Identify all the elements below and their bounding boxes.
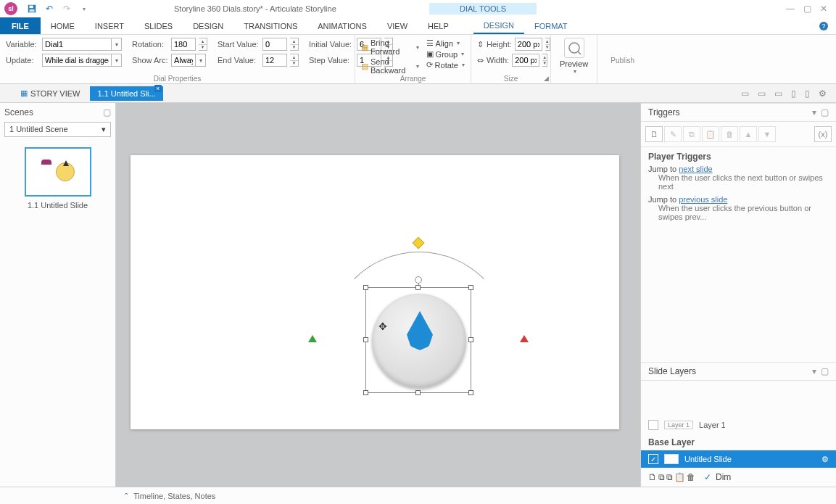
resize-handle[interactable] (363, 337, 368, 342)
tab-view[interactable]: VIEW (377, 17, 418, 34)
undo-icon[interactable]: ↶ (44, 3, 55, 15)
rotation-diamond-handle[interactable] (413, 237, 425, 249)
scene-dropdown[interactable]: 1 Untitled Scene▾ (4, 122, 111, 137)
resize-handle[interactable] (415, 285, 421, 290)
close-tab-icon[interactable]: × (154, 85, 162, 92)
minimize-icon[interactable]: — (786, 4, 795, 14)
layers-collapse-icon[interactable]: ▢ (821, 366, 829, 376)
update-select[interactable] (42, 54, 112, 67)
next-slide-link[interactable]: next slide (679, 165, 712, 173)
device-tablet-landscape-icon[interactable]: ▭ (772, 87, 785, 100)
tab-animations[interactable]: ANIMATIONS (307, 17, 377, 34)
new-trigger-icon[interactable]: 🗋 (645, 126, 663, 142)
rotation-spinner[interactable]: ▲▼ (199, 38, 207, 51)
triggers-collapse-icon[interactable]: ▢ (821, 107, 829, 117)
trigger-item[interactable]: Jump to previous slide (648, 195, 829, 204)
group-button[interactable]: ▣Group▾ (426, 49, 465, 59)
resize-handle[interactable] (468, 285, 473, 290)
copy-layer-icon[interactable]: ⧉ (666, 472, 673, 482)
showarc-dropdown-icon[interactable]: ▾ (196, 54, 206, 67)
device-phone-icon[interactable]: ▯ (803, 87, 812, 100)
rotate-handle[interactable] (415, 276, 422, 284)
slide[interactable]: ✥ (131, 155, 619, 429)
dim-checkbox[interactable]: ✓ (704, 472, 711, 482)
duplicate-layer-icon[interactable]: ⧉ (658, 472, 665, 482)
layer-visibility-checkbox[interactable] (648, 420, 658, 430)
tab-help[interactable]: HELP (418, 17, 459, 34)
tab-insert[interactable]: INSERT (85, 17, 134, 34)
device-tablet-portrait-icon[interactable]: ▯ (789, 87, 798, 100)
tab-slides[interactable]: SLIDES (134, 17, 183, 34)
arc-start-marker[interactable] (308, 335, 317, 342)
maximize-icon[interactable]: ▢ (803, 4, 811, 14)
dial-knob[interactable] (372, 294, 466, 388)
paste-layer-icon[interactable]: 📋 (674, 472, 685, 482)
edit-trigger-icon[interactable]: ✎ (664, 126, 682, 142)
bring-forward-button[interactable]: ▦Bring Forward▾ (361, 38, 419, 57)
copy-trigger-icon[interactable]: ⧉ (683, 126, 700, 142)
height-spinner[interactable]: ▲▼ (545, 38, 550, 51)
device-desktop-icon[interactable]: ▭ (739, 87, 751, 100)
resize-handle[interactable] (363, 285, 368, 290)
dial-selection[interactable] (365, 287, 471, 393)
slide-tab[interactable]: 1.1 Untitled Sli...× (90, 86, 162, 101)
tab-design[interactable]: DESIGN (183, 17, 233, 34)
redo-icon[interactable]: ↷ (61, 3, 73, 15)
help-icon[interactable]: ? (811, 17, 836, 34)
align-button[interactable]: ☰Align▾ (426, 38, 465, 49)
resize-handle[interactable] (468, 337, 473, 342)
move-down-icon[interactable]: ▼ (758, 126, 776, 142)
tab-dialtools-format[interactable]: FORMAT (524, 17, 578, 34)
save-icon[interactable] (26, 3, 38, 15)
update-dropdown-icon[interactable]: ▾ (112, 54, 122, 67)
variable-select[interactable] (42, 38, 112, 51)
showarc-select[interactable] (171, 54, 196, 67)
layer-name: Layer 1 (699, 421, 726, 429)
triggers-menu-icon[interactable]: ▾ (812, 107, 816, 117)
qat-dropdown-icon[interactable]: ▾ (78, 3, 90, 15)
resize-handle[interactable] (468, 390, 473, 395)
trigger-item[interactable]: Jump to next slide (648, 165, 829, 173)
new-layer-icon[interactable]: 🗋 (648, 472, 657, 482)
rotation-input[interactable] (171, 38, 196, 51)
resize-handle[interactable] (363, 390, 368, 395)
close-icon[interactable]: ✕ (820, 4, 827, 14)
width-spinner[interactable]: ▲▼ (542, 54, 547, 67)
tab-transitions[interactable]: TRANSITIONS (233, 17, 307, 34)
base-visibility-checkbox[interactable]: ✓ (648, 454, 658, 464)
expand-bottom-panel-icon[interactable]: ⌃ (123, 492, 129, 500)
move-up-icon[interactable]: ▲ (740, 126, 757, 142)
delete-trigger-icon[interactable]: 🗑 (721, 126, 738, 142)
layer-gear-icon[interactable]: ⚙ (821, 455, 829, 464)
story-view-tab[interactable]: ▦STORY VIEW (13, 86, 87, 101)
height-input[interactable] (515, 38, 542, 51)
paste-trigger-icon[interactable]: 📋 (702, 126, 719, 142)
tab-home[interactable]: HOME (41, 17, 85, 34)
variables-icon[interactable]: (x) (814, 126, 832, 142)
bottom-panel-label[interactable]: Timeline, States, Notes (133, 492, 215, 500)
arc-end-marker[interactable] (520, 335, 529, 342)
base-layer-row[interactable]: ✓ Untitled Slide ⚙ (641, 450, 836, 468)
endvalue-spinner[interactable]: ▲▼ (290, 54, 299, 67)
previous-slide-link[interactable]: previous slide (679, 195, 727, 204)
delete-layer-icon[interactable]: 🗑 (687, 472, 695, 482)
gear-icon[interactable]: ⚙ (816, 87, 829, 100)
rotate-button[interactable]: ⟳Rotate▾ (426, 59, 465, 70)
variable-dropdown-icon[interactable]: ▾ (112, 38, 122, 51)
resize-handle[interactable] (415, 390, 421, 395)
scenes-collapse-icon[interactable]: ▢ (103, 107, 111, 117)
tab-dialtools-design[interactable]: DESIGN (473, 17, 524, 34)
endvalue-input[interactable] (262, 54, 287, 67)
layer-item[interactable]: Layer 1 Layer 1 (641, 417, 836, 433)
slide-thumbnail[interactable] (25, 147, 91, 197)
canvas[interactable]: ✥ (116, 103, 640, 487)
send-backward-button[interactable]: ▨Send Backward▾ (361, 57, 419, 75)
startvalue-input[interactable] (262, 38, 287, 51)
preview-button[interactable]: Preview▾ (554, 36, 594, 76)
tab-file[interactable]: FILE (0, 17, 41, 34)
width-input[interactable] (512, 54, 539, 67)
startvalue-spinner[interactable]: ▲▼ (290, 38, 299, 51)
device-laptop-icon[interactable]: ▭ (756, 87, 768, 100)
layers-menu-icon[interactable]: ▾ (812, 366, 816, 376)
size-dialog-launcher-icon[interactable]: ◢ (544, 75, 549, 82)
